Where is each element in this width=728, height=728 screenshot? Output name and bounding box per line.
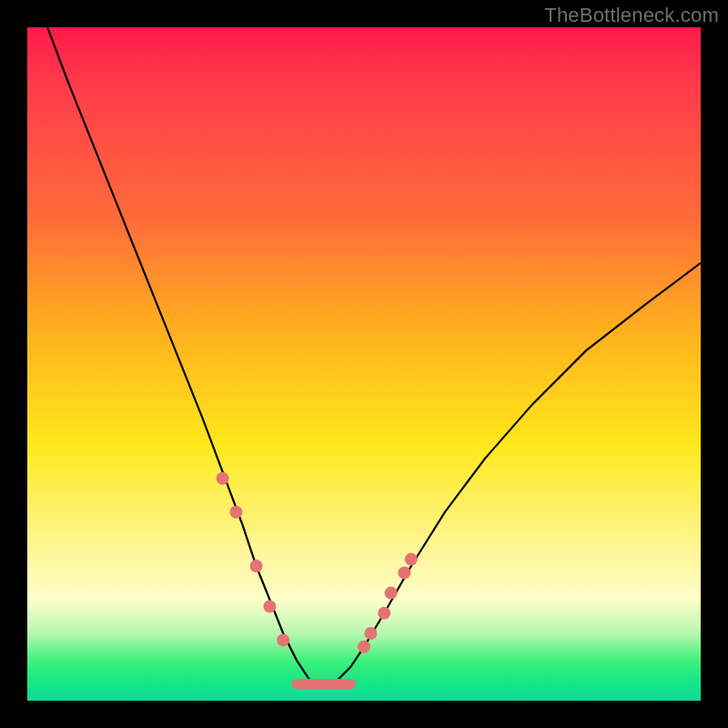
marker-dot (229, 506, 242, 519)
marker-dot (277, 633, 289, 646)
watermark-text: TheBottleneck.com (544, 4, 719, 27)
marker-dot (385, 587, 398, 600)
marker-dot (364, 627, 377, 640)
marker-dot (217, 472, 229, 485)
marker-dot (378, 607, 390, 620)
bottleneck-curve (47, 27, 701, 687)
marker-dot (358, 641, 370, 653)
chart-svg (27, 27, 701, 701)
marker-dot (250, 560, 263, 572)
marker-dot (398, 566, 410, 579)
plot-area (27, 27, 701, 701)
chart-frame: TheBottleneck.com (0, 0, 728, 728)
marker-dot (263, 600, 276, 612)
marker-dot (405, 553, 418, 566)
